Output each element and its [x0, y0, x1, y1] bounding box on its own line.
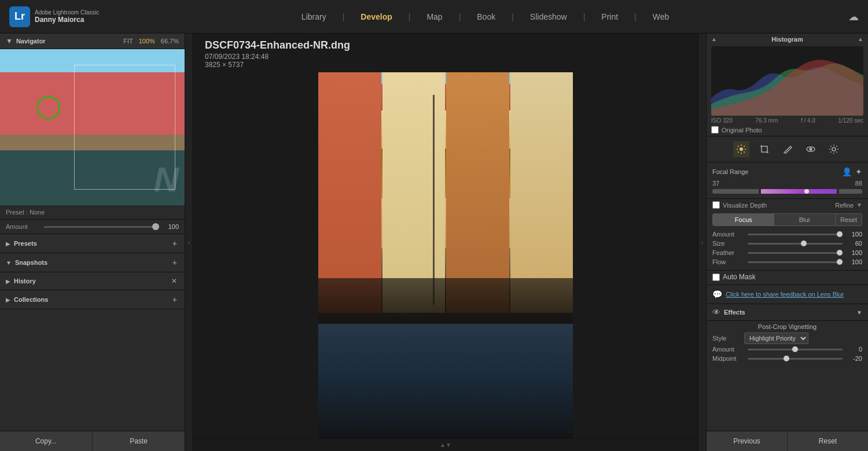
size-range-input[interactable] — [748, 243, 843, 245]
collections-add-btn[interactable]: + — [171, 295, 179, 304]
presets-arrow: ▶ — [6, 241, 10, 247]
focus-button[interactable]: Focus — [713, 214, 774, 226]
feather-range-input[interactable] — [748, 252, 843, 254]
nav-map[interactable]: Map — [426, 12, 442, 21]
collapse-right-panel[interactable]: › — [698, 34, 706, 451]
hist-left-arrow[interactable]: ▲ — [711, 36, 717, 43]
focal-icons: 👤 ✦ — [842, 167, 862, 176]
effects-section: 👁 Effects ▼ — [707, 304, 868, 321]
vignette-midpoint-input[interactable] — [748, 358, 843, 360]
cloud-icon[interactable]: ☁ — [848, 10, 859, 23]
style-row: Style Highlight Priority — [712, 332, 862, 344]
visualize-row: Visualize Depth Refine ▼ — [707, 199, 868, 211]
snapshots-add-btn[interactable]: + — [171, 258, 179, 267]
focal-settings-icon[interactable]: ✦ — [855, 167, 862, 176]
histogram-section: ▲ Histogram ▲ ISO 320 76.3 mm f / 4 — [707, 34, 868, 136]
zoom-fit[interactable]: FIT — [123, 38, 133, 45]
tool-settings[interactable] — [733, 141, 749, 157]
flow-slider-row: Flow 100 — [712, 258, 862, 265]
feather-slider-label: Feather — [712, 249, 744, 256]
auto-mask-label: Auto Mask — [723, 273, 756, 281]
blur-button[interactable]: Blur — [774, 214, 836, 226]
style-select[interactable]: Highlight Priority — [744, 332, 808, 344]
flow-range-input[interactable] — [748, 261, 843, 263]
focus-blur-row: Focus Blur Reset — [712, 213, 862, 226]
image-dimensions: 3825 × 5737 — [205, 61, 686, 69]
tool-brush[interactable] — [779, 141, 796, 157]
feedback-link[interactable]: Click here to share feedback on Lens Blu… — [726, 291, 844, 298]
original-photo-label[interactable]: Original Photo — [722, 127, 762, 134]
style-label: Style — [712, 335, 744, 342]
hist-right-arrow[interactable]: ▲ — [858, 36, 863, 43]
sliders-section: Amount 100 Size 60 Feather 100 Flow 100 — [707, 228, 868, 271]
amount-range-input[interactable] — [748, 234, 843, 235]
snapshots-arrow: ▼ — [6, 260, 12, 266]
zoom-100[interactable]: 100% — [139, 38, 155, 45]
history-close-btn[interactable]: ✕ — [170, 277, 179, 285]
image-info: DSCF0734-Enhanced-NR.dng 07/09/2023 18:2… — [193, 34, 698, 72]
snapshots-section: ▼ Snapshots + — [0, 253, 185, 272]
filmstrip: ▲▼ — [193, 438, 698, 451]
focal-slider-mid[interactable] — [761, 189, 837, 194]
navigator-controls: FIT 100% 66.7% — [123, 38, 179, 45]
focal-values: 37 88 — [712, 180, 862, 187]
tool-crop[interactable] — [756, 141, 773, 157]
flow-slider-value: 100 — [846, 258, 862, 265]
feedback-row: 💬 Click here to share feedback on Lens B… — [707, 284, 868, 304]
copy-button[interactable]: Copy... — [0, 431, 93, 451]
amount-slider-value: 100 — [846, 231, 862, 238]
svg-point-0 — [740, 147, 743, 151]
vignette-amount-label: Amount — [712, 346, 744, 353]
reset-button[interactable]: Reset — [788, 431, 868, 451]
focal-person-icon[interactable]: 👤 — [842, 167, 852, 176]
reset-focus-button[interactable]: Reset — [835, 214, 862, 226]
left-panel: ▼ Navigator FIT 100% 66.7% N Preset : No… — [0, 34, 185, 451]
collections-header[interactable]: ▶ Collections + — [0, 290, 185, 309]
navigator-title: Navigator — [16, 38, 123, 45]
refine-button[interactable]: Refine — [835, 202, 854, 209]
tool-eye[interactable] — [803, 141, 819, 157]
filmstrip-handle[interactable]: ▲▼ — [440, 442, 451, 448]
amount-slider-label: Amount — [712, 231, 744, 238]
original-photo-checkbox[interactable] — [711, 126, 719, 134]
effects-eye-icon[interactable]: 👁 — [712, 308, 720, 317]
effects-title: Effects — [724, 309, 745, 316]
presets-title: Presets — [14, 240, 171, 247]
vignette-amount-input[interactable] — [748, 349, 843, 350]
vignette-section: Post-Crop Vignetting Style Highlight Pri… — [707, 321, 868, 367]
auto-mask-checkbox[interactable] — [712, 273, 720, 281]
focal-left-value: 37 — [712, 180, 719, 187]
snapshots-title: Snapshots — [15, 259, 171, 266]
zoom-66[interactable]: 66.7% — [161, 38, 179, 45]
main-area: ▼ Navigator FIT 100% 66.7% N Preset : No… — [0, 34, 868, 451]
nav-library[interactable]: Library — [301, 12, 326, 21]
nav-develop[interactable]: Develop — [361, 12, 392, 21]
nav-print[interactable]: Print — [601, 12, 618, 21]
navigator-preview: N — [0, 49, 185, 205]
navigator-header[interactable]: ▼ Navigator FIT 100% 66.7% — [0, 34, 185, 49]
nav-web[interactable]: Web — [653, 12, 670, 21]
presets-header[interactable]: ▶ Presets + — [0, 234, 185, 253]
tool-gear[interactable] — [826, 141, 842, 157]
preset-label: Preset : None — [6, 209, 45, 216]
amount-label: Amount — [6, 223, 41, 230]
previous-button[interactable]: Previous — [707, 431, 788, 451]
hist-iso: ISO 320 — [711, 117, 733, 124]
history-section: ▶ History ✕ — [0, 272, 185, 290]
snapshots-header[interactable]: ▼ Snapshots + — [0, 253, 185, 272]
vignette-midpoint-value: -20 — [846, 355, 862, 362]
photo-display — [318, 72, 573, 438]
nav-slideshow[interactable]: Slideshow — [530, 12, 567, 21]
nav-book[interactable]: Book — [477, 12, 495, 21]
collapse-left-panel[interactable]: ‹ — [185, 34, 193, 451]
effects-header[interactable]: 👁 Effects ▼ — [712, 308, 862, 317]
history-header[interactable]: ▶ History ✕ — [0, 272, 185, 290]
auto-mask-row: Auto Mask — [707, 271, 868, 284]
feedback-icon: 💬 — [712, 290, 722, 299]
paste-button[interactable]: Paste — [93, 431, 185, 451]
amount-slider[interactable] — [44, 226, 159, 228]
visualize-depth-checkbox[interactable] — [712, 201, 720, 209]
amount-slider-row: Amount 100 — [712, 231, 862, 238]
presets-add-btn[interactable]: + — [171, 239, 179, 248]
user-name: Danny Maiorca — [35, 16, 99, 24]
